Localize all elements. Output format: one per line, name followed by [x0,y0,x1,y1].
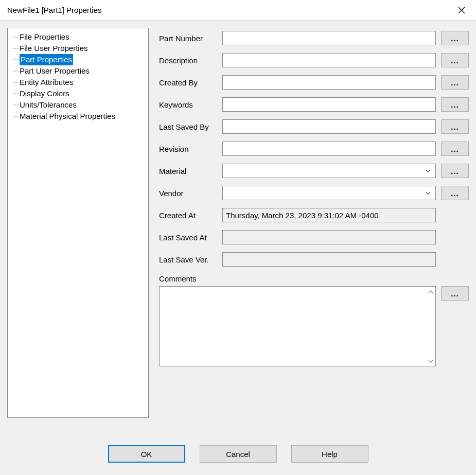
comments-label: Comments [159,274,469,283]
tree-connector-icon: ⋯ [13,31,19,43]
comments-box [159,286,436,366]
tree-item-file-user-properties[interactable]: ⋯File User Properties [10,43,146,54]
tree-connector-icon: ⋯ [13,111,19,122]
tree-item-part-properties[interactable]: ⋯Part Properties [10,54,146,65]
part-number-label: Part Number [159,34,217,43]
vendor-browse-button[interactable]: ... [441,186,469,200]
keywords-browse-button[interactable]: ... [441,97,469,112]
part-number-input[interactable] [222,31,436,45]
description-input[interactable] [222,53,436,67]
tree-item-units-tolerances[interactable]: ⋯Units/Tolerances [10,99,146,111]
part-number-browse-button[interactable]: ... [441,31,469,45]
created-by-input[interactable] [222,75,436,90]
last-saved-by-browse-button[interactable]: ... [441,119,469,134]
ok-button[interactable]: OK [108,445,185,463]
tree-connector-icon: ⋯ [13,43,19,54]
vendor-label: Vendor [159,189,217,198]
scroll-down-icon[interactable] [426,356,435,366]
last-save-ver-field [222,252,436,267]
material-combo[interactable] [222,164,436,178]
material-label: Material [159,167,217,175]
last-saved-by-label: Last Saved By [159,122,217,131]
tree-connector-icon: ⋯ [13,54,19,65]
close-button[interactable] [451,0,472,21]
chevron-down-icon [425,168,431,174]
category-tree: ⋯File Properties ⋯File User Properties ⋯… [7,28,149,418]
tree-item-file-properties[interactable]: ⋯File Properties [10,31,146,43]
revision-browse-button[interactable]: ... [441,142,469,156]
scroll-up-icon[interactable] [426,287,435,296]
tree-item-part-user-properties[interactable]: ⋯Part User Properties [10,65,146,77]
revision-label: Revision [159,145,217,153]
created-by-browse-button[interactable]: ... [441,75,469,90]
tree-item-display-colors[interactable]: ⋯Display Colors [10,88,146,99]
last-saved-by-input[interactable] [222,119,436,134]
tree-connector-icon: ⋯ [13,99,19,111]
content-area: ⋯File Properties ⋯File User Properties ⋯… [0,21,476,433]
window-title: NewFile1 [Part1] Properties [7,6,101,14]
tree-item-entity-attributes[interactable]: ⋯Entity Attributes [10,77,146,88]
scrollbar[interactable] [426,287,435,366]
keywords-input[interactable] [222,97,436,112]
properties-dialog: NewFile1 [Part1] Properties ⋯File Proper… [0,0,476,475]
keywords-label: Keywords [159,100,217,109]
chevron-down-icon [425,190,431,196]
cancel-button[interactable]: Cancel [200,445,277,463]
comments-browse-button[interactable]: ... [441,286,469,301]
created-at-label: Created At [159,211,217,220]
button-bar: OK Cancel Help [0,433,476,475]
material-browse-button[interactable]: ... [441,164,469,178]
close-icon [458,7,465,14]
last-saved-at-field [222,230,436,244]
description-browse-button[interactable]: ... [441,53,469,67]
last-saved-at-label: Last Saved At [159,233,217,242]
revision-input[interactable] [222,142,436,156]
last-save-ver-label: Last Save Ver. [159,255,217,264]
help-button[interactable]: Help [291,445,368,463]
description-label: Description [159,56,217,65]
form-panel: Part Number ... Description ... Created … [159,28,469,433]
tree-connector-icon: ⋯ [13,88,19,99]
created-at-field [222,208,436,222]
vendor-combo[interactable] [222,186,436,200]
created-by-label: Created By [159,78,217,87]
tree-connector-icon: ⋯ [13,77,19,88]
comments-textarea[interactable] [160,287,425,366]
tree-connector-icon: ⋯ [13,65,19,77]
tree-item-material-physical-properties[interactable]: ⋯Material Physical Properties [10,111,146,122]
titlebar: NewFile1 [Part1] Properties [0,0,476,21]
